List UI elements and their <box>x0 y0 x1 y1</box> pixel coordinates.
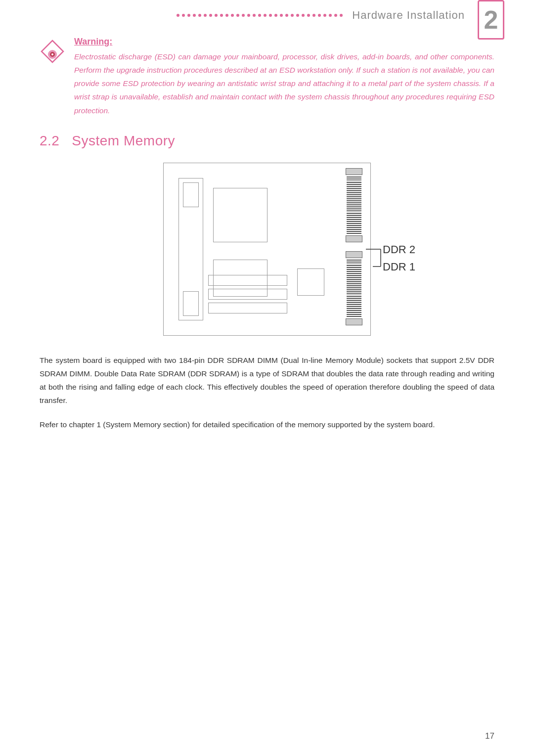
ddr-slot-1 <box>347 251 361 325</box>
ddr-labels: DDR 2 DDR 1 <box>366 239 435 281</box>
warning-section: Warning: Electrostatic discharge (ESD) c… <box>40 37 494 117</box>
ddr1-label: DDR 1 <box>383 261 415 273</box>
warning-icon <box>40 39 65 64</box>
header-title: Hardware Installation <box>352 9 465 22</box>
header-dots: Hardware Installation <box>177 9 465 22</box>
main-content: Warning: Electrostatic discharge (ESD) c… <box>0 22 534 462</box>
chapter-number: 2 <box>478 0 504 40</box>
slot-rect-1 <box>208 275 287 286</box>
section-number: 2.2 <box>40 133 59 148</box>
small-square <box>297 268 324 296</box>
chip-rect-1 <box>213 188 267 242</box>
warning-body: Warning: Electrostatic discharge (ESD) c… <box>74 37 494 117</box>
slot-rect-3 <box>208 303 287 313</box>
body-paragraph-1: The system board is equipped with two 18… <box>40 354 494 407</box>
ddr2-label: DDR 2 <box>383 243 415 256</box>
section-title: System Memory <box>72 133 175 148</box>
warning-title: Warning: <box>74 37 494 47</box>
slot-rect-2 <box>208 289 287 300</box>
page-number: 17 <box>485 731 494 741</box>
left-panel <box>178 178 203 320</box>
svg-point-3 <box>51 53 53 55</box>
ddr-slot-2 <box>347 168 361 242</box>
warning-text: Electrostatic discharge (ESD) can damage… <box>74 50 494 117</box>
section-heading: 2.2 System Memory <box>40 133 494 149</box>
body-paragraph-2: Refer to chapter 1 (System Memory sectio… <box>40 418 494 431</box>
diagram-container: DDR 2 DDR 1 <box>40 163 494 336</box>
memory-diagram <box>163 163 371 336</box>
page-header: Hardware Installation 2 <box>30 0 504 22</box>
